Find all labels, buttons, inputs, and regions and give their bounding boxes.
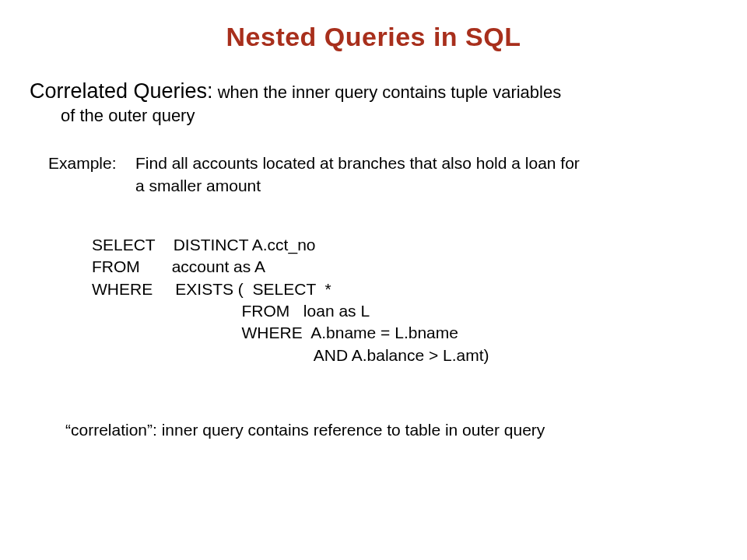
code-line: FROM account as A: [92, 257, 265, 275]
lead-continuation: of the outer query: [61, 105, 717, 127]
sql-code-block: SELECT DISTINCT A.cct_no FROM account as…: [92, 234, 717, 366]
example-text-line1: Find all accounts located at branches th…: [135, 154, 580, 172]
example-label: Example:: [48, 152, 135, 174]
lead-paragraph: Correlated Queries: when the inner query…: [30, 79, 717, 126]
code-line: AND A.balance > L.amt): [92, 346, 489, 364]
example-text-line2: a smaller amount: [135, 177, 261, 194]
slide-title: Nested Queries in SQL: [30, 22, 717, 52]
footnote: “correlation”: inner query contains refe…: [65, 421, 717, 439]
slide-content: Nested Queries in SQL Correlated Queries…: [0, 0, 747, 458]
example-row: Example:Find all accounts located at bra…: [48, 152, 717, 197]
code-line: SELECT DISTINCT A.cct_no: [92, 236, 316, 254]
lead-rest: when the inner query contains tuple vari…: [213, 82, 562, 102]
code-line: WHERE A.bname = L.bname: [92, 324, 458, 341]
code-line: WHERE EXISTS ( SELECT *: [92, 280, 331, 298]
code-line: FROM loan as L: [92, 302, 370, 320]
example-text: Find all accounts located at branches th…: [135, 152, 696, 197]
lead-strong: Correlated Queries:: [30, 79, 213, 103]
